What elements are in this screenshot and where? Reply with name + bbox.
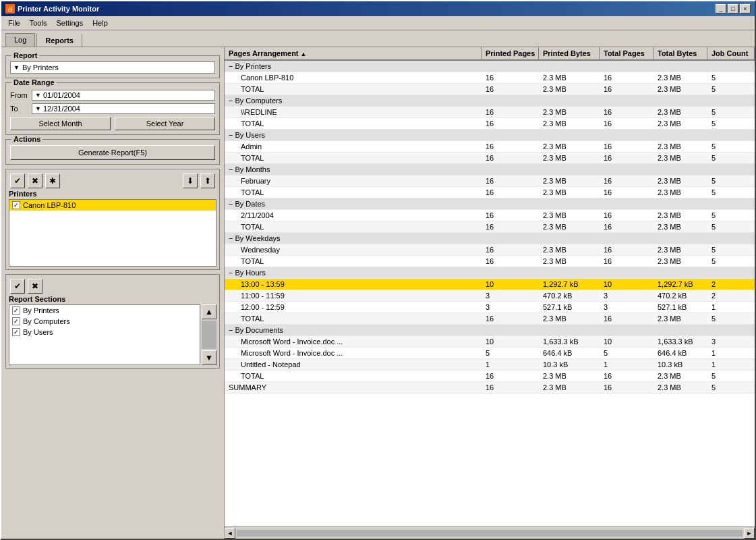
cell-printed-bytes: 2.3 MB <box>539 371 600 381</box>
printers-check-button[interactable]: ✔ <box>10 173 25 188</box>
table-row[interactable]: \\REDLINE162.3 MB162.3 MB5 <box>225 107 755 118</box>
table-row[interactable]: Canon LBP-810162.3 MB162.3 MB5 <box>225 72 755 84</box>
scroll-left-button[interactable]: ◄ <box>225 528 235 539</box>
table-row[interactable]: − By Users <box>225 130 755 141</box>
cell-pages: TOTAL <box>225 118 482 129</box>
table-row[interactable]: 12:00 - 12:593527.1 kB3527.1 kB1 <box>225 302 755 313</box>
cell-total-bytes <box>653 130 707 140</box>
cell-job-count: 5 <box>707 244 755 255</box>
cell-job-count <box>707 61 755 72</box>
select-month-button[interactable]: Select Month <box>10 117 111 130</box>
sections-scroll-up[interactable]: ▲ <box>202 304 216 319</box>
sections-scroll-down[interactable]: ▼ <box>202 350 216 365</box>
cell-total-bytes: 1,633.3 kB <box>653 336 707 347</box>
table-row[interactable]: February162.3 MB162.3 MB5 <box>225 176 755 187</box>
table-row[interactable]: 11:00 - 11:593470.2 kB3470.2 kB2 <box>225 290 755 302</box>
maximize-button[interactable]: □ <box>728 4 738 14</box>
menu-settings[interactable]: Settings <box>52 18 87 28</box>
printers-asterisk-button[interactable]: ✱ <box>45 173 60 188</box>
table-row[interactable]: Admin162.3 MB162.3 MB5 <box>225 141 755 153</box>
sections-x-button[interactable]: ✖ <box>28 279 42 294</box>
cell-total-bytes <box>653 164 707 175</box>
printer-checkbox-0[interactable] <box>12 201 20 209</box>
section-checkbox-2[interactable] <box>12 328 20 336</box>
cell-pages: − By Hours <box>225 267 482 278</box>
from-date-input[interactable]: ▼ 01/01/2004 <box>32 90 215 101</box>
menu-help[interactable]: Help <box>88 18 112 28</box>
close-button[interactable]: × <box>740 4 751 14</box>
table-row[interactable]: Untitled - Notepad110.3 kB110.3 kB1 <box>225 359 755 371</box>
col-header-pages[interactable]: Pages Arrangement ▲ <box>225 47 482 59</box>
table-row[interactable]: − By Printers <box>225 61 755 72</box>
cell-total-bytes: 2.3 MB <box>653 187 707 198</box>
table-row[interactable]: 13:00 - 13:59101,292.7 kB101,292.7 kB2 <box>225 279 755 290</box>
cell-printed-bytes: 2.3 MB <box>539 187 600 198</box>
minimize-button[interactable]: _ <box>716 4 726 14</box>
report-dropdown[interactable]: ▼ By Printers <box>10 61 215 74</box>
to-date-input[interactable]: ▼ 12/31/2004 <box>32 103 215 114</box>
table-row[interactable]: TOTAL162.3 MB162.3 MB5 <box>225 313 755 325</box>
printers-upload-button[interactable]: ⬆ <box>200 173 215 188</box>
date-from-row: From ▼ 01/01/2004 <box>10 90 215 101</box>
report-group: Report ▼ By Printers <box>5 55 220 78</box>
cell-job-count: 5 <box>707 210 755 221</box>
col-header-job-count[interactable]: Job Count <box>707 47 755 59</box>
scroll-right-button[interactable]: ► <box>744 528 755 539</box>
menu-file[interactable]: File <box>4 18 24 28</box>
tab-reports[interactable]: Reports <box>36 33 82 47</box>
table-row[interactable]: TOTAL162.3 MB162.3 MB5 <box>225 118 755 130</box>
table-row[interactable]: − By Weekdays <box>225 233 755 244</box>
table-row[interactable]: SUMMARY162.3 MB162.3 MB5 <box>225 382 755 394</box>
horizontal-scrollbar[interactable]: ◄ ► <box>225 526 755 539</box>
table-row[interactable]: TOTAL162.3 MB162.3 MB5 <box>225 153 755 164</box>
printers-download-button[interactable]: ⬇ <box>183 173 198 188</box>
table-row[interactable]: TOTAL162.3 MB162.3 MB5 <box>225 371 755 382</box>
table-row[interactable]: − By Computers <box>225 95 755 107</box>
cell-job-count: 1 <box>707 302 755 313</box>
table-row[interactable]: TOTAL162.3 MB162.3 MB5 <box>225 187 755 198</box>
cell-printed-pages: 16 <box>482 187 539 198</box>
cell-job-count: 2 <box>707 290 755 301</box>
select-year-button[interactable]: Select Year <box>115 117 215 130</box>
table-row[interactable]: − By Hours <box>225 267 755 279</box>
col-pages-label: Pages Arrangement <box>229 49 299 57</box>
sections-check-button[interactable]: ✔ <box>10 279 25 294</box>
table-row[interactable]: TOTAL162.3 MB162.3 MB5 <box>225 84 755 95</box>
table-row[interactable]: Microsoft Word - Invoice.doc ...5646.4 k… <box>225 348 755 359</box>
table-row[interactable]: − By Documents <box>225 325 755 336</box>
table-row[interactable]: − By Months <box>225 164 755 176</box>
table-row[interactable]: Microsoft Word - Invoice.doc ...101,633.… <box>225 336 755 348</box>
cell-printed-bytes: 2.3 MB <box>539 244 600 255</box>
cell-total-pages <box>600 325 653 335</box>
col-header-total-pages[interactable]: Total Pages <box>600 47 653 59</box>
generate-report-button[interactable]: Generate Report(F5) <box>10 145 215 160</box>
table-row[interactable]: − By Dates <box>225 198 755 210</box>
printers-x-button[interactable]: ✖ <box>28 173 42 188</box>
tab-log[interactable]: Log <box>5 33 35 47</box>
menu-tools[interactable]: Tools <box>26 18 51 28</box>
cell-printed-bytes: 470.2 kB <box>539 290 600 301</box>
section-checkbox-1[interactable] <box>12 317 20 325</box>
col-header-printed-pages[interactable]: Printed Pages <box>482 47 539 59</box>
table-row[interactable]: TOTAL162.3 MB162.3 MB5 <box>225 256 755 267</box>
section-item-0[interactable]: By Printers <box>9 305 200 316</box>
table-row[interactable]: 2/11/2004162.3 MB162.3 MB5 <box>225 210 755 221</box>
col-header-printed-bytes[interactable]: Printed Bytes <box>539 47 600 59</box>
section-item-2[interactable]: By Users <box>9 327 200 338</box>
cell-total-bytes: 470.2 kB <box>653 290 707 301</box>
cell-printed-bytes: 646.4 kB <box>539 348 600 358</box>
cell-printed-pages <box>482 267 539 278</box>
cell-total-bytes: 2.3 MB <box>653 84 707 94</box>
cell-printed-bytes <box>539 198 600 209</box>
printer-item-0[interactable]: Canon LBP-810 <box>9 200 216 211</box>
cell-job-count: 5 <box>707 313 755 324</box>
date-range-group: Date Range From ▼ 01/01/2004 To ▼ 12/31 <box>5 82 220 135</box>
section-item-1[interactable]: By Computers <box>9 316 200 327</box>
report-value: By Printers <box>22 63 59 72</box>
section-name-1: By Computers <box>23 317 70 325</box>
col-header-total-bytes[interactable]: Total Bytes <box>653 47 707 59</box>
table-row[interactable]: Wednesday162.3 MB162.3 MB5 <box>225 244 755 256</box>
table-row[interactable]: TOTAL162.3 MB162.3 MB5 <box>225 221 755 233</box>
section-checkbox-0[interactable] <box>12 306 20 315</box>
scroll-track[interactable] <box>237 530 743 537</box>
